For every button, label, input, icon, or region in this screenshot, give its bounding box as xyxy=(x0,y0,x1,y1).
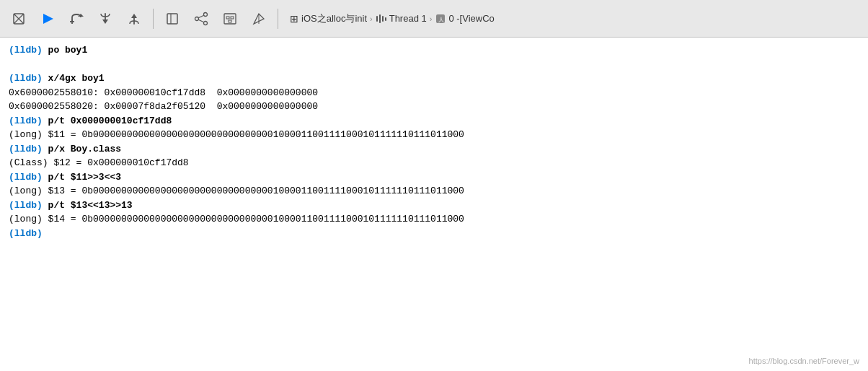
svg-rect-7 xyxy=(167,14,177,24)
svg-point-11 xyxy=(204,21,208,25)
breadcrumb: ⊞ iOS之alloc与init › Thread 1 › 人 0 -[View… xyxy=(290,12,495,25)
thread-icon xyxy=(376,13,387,25)
svg-rect-20 xyxy=(379,14,381,23)
lldb-prompt: (lldb) xyxy=(9,73,43,84)
breadcrumb-chevron-2: › xyxy=(430,14,433,23)
lldb-prompt: (lldb) xyxy=(9,200,43,211)
console-output[interactable]: (lldb) po boy1 (lldb) x/4gx boy10x600000… xyxy=(0,38,868,371)
svg-rect-22 xyxy=(385,17,386,21)
svg-rect-17 xyxy=(229,20,231,22)
console-line: 0x6000002558020: 0x00007f8da2f05120 0x00… xyxy=(9,100,859,114)
console-line: (lldb) xyxy=(9,227,859,241)
console-line: (Class) $12 = 0x000000010cf17dd8 xyxy=(9,156,859,170)
toolbar-divider-2 xyxy=(278,9,278,29)
svg-text:人: 人 xyxy=(438,17,444,23)
lldb-prompt: (lldb) xyxy=(9,45,43,56)
console-line: (lldb) p/t 0x000000010cf17dd8 xyxy=(9,114,859,128)
console-line xyxy=(9,58,859,72)
lldb-command: p/t $11>>3<<3 xyxy=(43,172,121,183)
svg-marker-6 xyxy=(131,14,137,18)
console-line: (long) $13 = 0b0000000000000000000000000… xyxy=(9,184,859,198)
console-line: (long) $14 = 0b0000000000000000000000000… xyxy=(9,212,859,227)
lldb-command: p/x Boy.class xyxy=(43,144,121,154)
console-wrapper: (lldb) po boy1 (lldb) x/4gx boy10x600000… xyxy=(0,38,868,371)
breadcrumb-thread[interactable]: Thread 1 xyxy=(389,13,427,24)
frame-icon: 人 xyxy=(435,13,446,25)
toolbar-divider-1 xyxy=(153,9,154,29)
share-button[interactable] xyxy=(188,6,214,32)
continue-button[interactable] xyxy=(35,6,61,32)
pause-button[interactable] xyxy=(6,6,32,32)
lldb-output: (Class) $12 = 0x000000010cf17dd8 xyxy=(9,157,189,168)
svg-marker-5 xyxy=(102,19,108,24)
frame-viewer-button[interactable] xyxy=(159,6,185,32)
location-button[interactable] xyxy=(246,6,272,32)
view-hierarchy-button[interactable] xyxy=(217,6,243,32)
svg-marker-1 xyxy=(43,14,53,24)
watermark: https://blog.csdn.net/Forever_w xyxy=(749,357,859,365)
lldb-output: 0x6000002558010: 0x000000010cf17dd8 0x00… xyxy=(9,87,318,98)
svg-line-13 xyxy=(198,19,204,22)
svg-rect-16 xyxy=(231,17,234,19)
breadcrumb-grid-icon: ⊞ xyxy=(290,13,298,25)
lldb-output: 0x6000002558020: 0x00007f8da2f05120 0x00… xyxy=(9,101,318,112)
breadcrumb-thread-container: Thread 1 xyxy=(376,13,427,25)
step-out-button[interactable] xyxy=(121,6,147,32)
breadcrumb-app[interactable]: iOS之alloc与init xyxy=(301,12,367,25)
breadcrumb-frame[interactable]: 0 -[ViewCo xyxy=(448,13,494,24)
lldb-command: x/4gx boy1 xyxy=(43,73,105,84)
svg-rect-21 xyxy=(382,16,384,22)
breadcrumb-chevron-1: › xyxy=(370,14,373,23)
console-line: 0x6000002558010: 0x000000010cf17dd8 0x00… xyxy=(9,86,859,100)
svg-rect-15 xyxy=(226,17,229,19)
step-over-button[interactable] xyxy=(63,6,89,32)
lldb-prompt: (lldb) xyxy=(9,144,43,154)
svg-rect-19 xyxy=(376,16,378,22)
console-line: (lldb) po boy1 xyxy=(9,43,859,58)
console-line: (lldb) p/t $13<<13>>13 xyxy=(9,198,859,213)
toolbar: ⊞ iOS之alloc与init › Thread 1 › 人 0 -[View… xyxy=(0,0,868,38)
console-line: (lldb) p/x Boy.class xyxy=(9,142,859,157)
lldb-command: po boy1 xyxy=(43,45,87,56)
lldb-command: p/t $13<<13>>13 xyxy=(43,200,133,211)
console-line: (lldb) x/4gx boy1 xyxy=(9,71,859,86)
lldb-command: p/t 0x000000010cf17dd8 xyxy=(43,115,172,126)
console-line: (long) $11 = 0b0000000000000000000000000… xyxy=(9,128,859,142)
step-into-button[interactable] xyxy=(92,6,118,32)
lldb-output: (long) $14 = 0b0000000000000000000000000… xyxy=(9,214,464,224)
lldb-prompt: (lldb) xyxy=(9,172,43,183)
lldb-prompt: (lldb) xyxy=(9,115,43,126)
lldb-output: (long) $13 = 0b0000000000000000000000000… xyxy=(9,186,464,196)
svg-point-10 xyxy=(204,12,208,16)
breadcrumb-frame-container: 人 0 -[ViewCo xyxy=(435,13,494,25)
console-line: (lldb) p/t $11>>3<<3 xyxy=(9,170,859,185)
svg-point-9 xyxy=(195,17,199,20)
svg-line-12 xyxy=(198,15,204,18)
lldb-prompt: (lldb) xyxy=(9,228,43,239)
lldb-output: (long) $11 = 0b0000000000000000000000000… xyxy=(9,129,464,140)
